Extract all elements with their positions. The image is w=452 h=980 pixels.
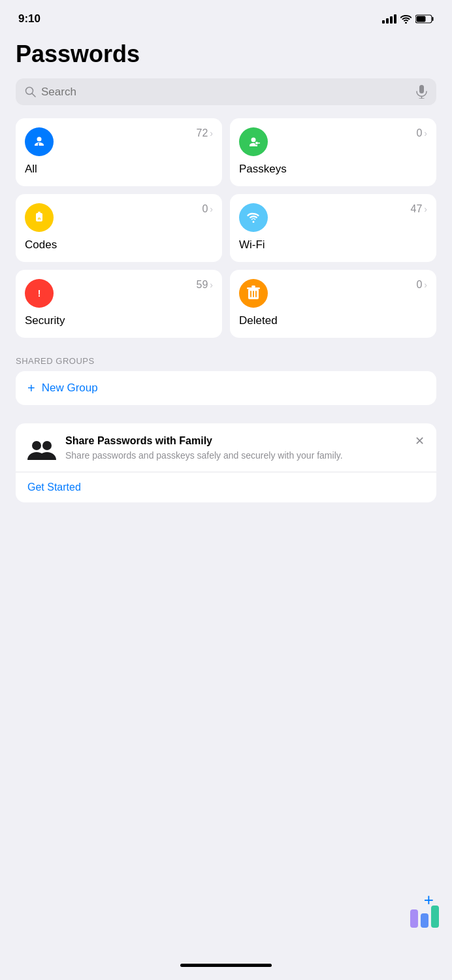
svg-point-12 xyxy=(255,142,259,145)
wifi-count: 47 › xyxy=(411,203,427,215)
svg-point-10 xyxy=(39,144,40,146)
codes-count: 0 › xyxy=(202,203,213,215)
family-share-card: Share Passwords with Family Share passwo… xyxy=(16,423,436,502)
search-bar[interactable] xyxy=(16,78,436,105)
all-count: 72 › xyxy=(197,127,213,139)
svg-point-8 xyxy=(37,137,42,142)
shared-groups-label: SHARED GROUPS xyxy=(0,356,452,371)
svg-line-4 xyxy=(32,93,35,97)
svg-rect-2 xyxy=(417,16,426,22)
new-group-button[interactable]: + New Group xyxy=(16,371,436,405)
card-deleted[interactable]: 0 › Deleted xyxy=(230,270,436,338)
svg-rect-22 xyxy=(251,286,255,287)
battery-icon xyxy=(415,14,434,24)
svg-point-27 xyxy=(42,441,52,450)
passkeys-icon xyxy=(239,127,268,156)
get-started-button[interactable]: Get Started xyxy=(27,472,425,502)
deleted-count: 0 › xyxy=(416,279,427,291)
category-grid: 72 › All 0 › Passkeys xyxy=(0,118,452,338)
security-label: Security xyxy=(25,314,213,327)
signal-icon xyxy=(382,14,396,24)
status-bar: 9:10 xyxy=(0,0,452,34)
deleted-icon xyxy=(239,279,268,308)
passkeys-count: 0 › xyxy=(416,127,427,139)
new-group-label: New Group xyxy=(42,382,98,395)
wifi-card-icon xyxy=(239,203,268,232)
plus-icon: + xyxy=(27,382,35,395)
all-icon xyxy=(25,127,54,156)
mic-icon xyxy=(416,85,427,99)
card-all[interactable]: 72 › All xyxy=(16,118,222,186)
codes-icon xyxy=(25,203,54,232)
security-icon: ! xyxy=(25,279,54,308)
home-indicator xyxy=(180,964,272,967)
page-title: Passwords xyxy=(0,34,452,78)
fab-bar-2 xyxy=(421,913,428,928)
passkeys-label: Passkeys xyxy=(239,163,427,176)
family-icon xyxy=(27,435,56,464)
search-icon xyxy=(25,86,36,97)
codes-label: Codes xyxy=(25,238,213,252)
card-wifi[interactable]: 47 › Wi-Fi xyxy=(230,194,436,262)
deleted-label: Deleted xyxy=(239,314,427,327)
search-input[interactable] xyxy=(41,86,411,99)
wifi-icon xyxy=(400,15,412,24)
fab-plus-icon[interactable]: + xyxy=(424,890,434,910)
svg-point-26 xyxy=(32,441,41,450)
fab-area: + xyxy=(410,904,439,928)
svg-rect-21 xyxy=(247,287,260,289)
family-title: Share Passwords with Family xyxy=(65,435,406,447)
svg-rect-1 xyxy=(432,17,434,21)
card-security[interactable]: ! 59 › Security xyxy=(16,270,222,338)
security-count: 59 › xyxy=(197,279,213,291)
family-description: Share passwords and passkeys safely and … xyxy=(65,449,406,463)
svg-rect-16 xyxy=(38,212,40,213)
svg-text:!: ! xyxy=(38,288,41,299)
fab-bar-1 xyxy=(410,909,418,928)
card-codes[interactable]: 0 › Codes xyxy=(16,194,222,262)
svg-point-11 xyxy=(251,138,256,142)
all-label: All xyxy=(25,163,213,176)
svg-rect-5 xyxy=(419,85,424,93)
status-icons xyxy=(382,14,434,24)
close-family-card-button[interactable]: ✕ xyxy=(415,434,425,448)
wifi-label: Wi-Fi xyxy=(239,238,427,252)
status-time: 9:10 xyxy=(18,12,40,25)
card-passkeys[interactable]: 0 › Passkeys xyxy=(230,118,436,186)
